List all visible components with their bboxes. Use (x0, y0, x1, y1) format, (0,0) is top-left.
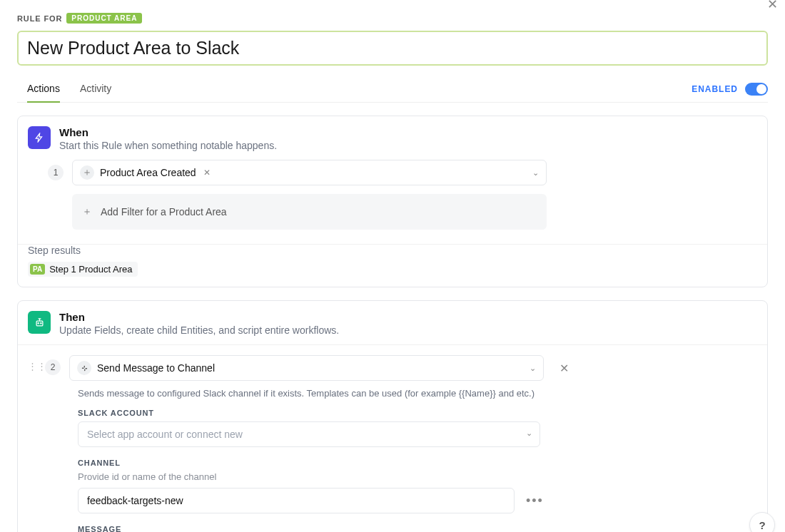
then-card: Then Update Fields, create child Entitie… (17, 300, 768, 532)
slack-icon (77, 361, 91, 375)
tab-activity[interactable]: Activity (80, 76, 111, 102)
slack-account-select[interactable]: Select app account or connect new ⌄ (78, 421, 540, 447)
help-button[interactable]: ? (749, 512, 775, 532)
drag-handle-icon[interactable]: ⋮⋮ (28, 361, 36, 372)
then-title: Then (59, 311, 339, 323)
chevron-down-icon: ⌄ (530, 364, 536, 373)
channel-input[interactable] (78, 488, 515, 513)
trigger-select[interactable]: ＋ Product Area Created ✕ ⌄ (72, 160, 547, 185)
when-title: When (59, 126, 277, 138)
rule-title-input[interactable] (17, 31, 768, 66)
enabled-toggle[interactable] (745, 83, 768, 96)
rule-for-text: RULE FOR (17, 14, 62, 23)
robot-icon (28, 311, 51, 334)
plus-icon: ＋ (82, 205, 92, 218)
action-label: Send Message to Channel (97, 362, 215, 374)
when-card: When Start this Rule when something nota… (17, 116, 768, 287)
step-number-2: 2 (45, 359, 61, 375)
rule-for-chip: PRODUCT AREA (66, 13, 142, 24)
channel-label: CHANNEL (78, 459, 757, 467)
clear-trigger-icon[interactable]: ✕ (203, 168, 211, 178)
more-options-icon[interactable]: ••• (526, 493, 544, 508)
svg-rect-4 (85, 368, 87, 369)
step-result-pill[interactable]: PA Step 1 Product Area (28, 262, 138, 277)
step-number-1: 1 (48, 165, 64, 180)
action-help-text: Sends message to configured Slack channe… (78, 388, 757, 399)
plus-icon: ＋ (80, 165, 94, 180)
add-filter-button[interactable]: ＋ Add Filter for a Product Area (72, 194, 547, 230)
action-select[interactable]: Send Message to Channel ⌄ (69, 355, 544, 381)
rule-for-label: RULE FOR PRODUCT AREA (17, 13, 768, 24)
svg-rect-6 (84, 369, 85, 371)
chevron-down-icon: ⌄ (526, 429, 532, 438)
svg-rect-5 (83, 365, 84, 367)
svg-point-2 (40, 322, 41, 323)
step-result-text: Step 1 Product Area (49, 264, 132, 275)
then-subtitle: Update Fields, create child Entities, an… (59, 324, 339, 336)
slack-account-label: SLACK ACCOUNT (78, 409, 757, 417)
remove-action-icon[interactable]: ✕ (559, 362, 569, 375)
svg-point-1 (38, 322, 39, 323)
channel-sublabel: Provide id or name of the channel (78, 471, 757, 482)
step-results-label: Step results (28, 245, 757, 256)
trigger-label: Product Area Created (100, 167, 196, 178)
pa-badge: PA (30, 264, 45, 275)
lightning-icon (28, 126, 51, 149)
svg-rect-3 (81, 367, 83, 368)
enabled-label: ENABLED (692, 84, 738, 94)
add-filter-label: Add Filter for a Product Area (101, 206, 227, 218)
message-label: MESSAGE (78, 525, 757, 532)
tab-actions[interactable]: Actions (27, 76, 60, 103)
chevron-down-icon: ⌄ (532, 168, 539, 178)
slack-account-placeholder: Select app account or connect new (87, 429, 243, 440)
close-icon[interactable]: ✕ (767, 0, 778, 12)
when-subtitle: Start this Rule when something notable h… (59, 140, 277, 151)
